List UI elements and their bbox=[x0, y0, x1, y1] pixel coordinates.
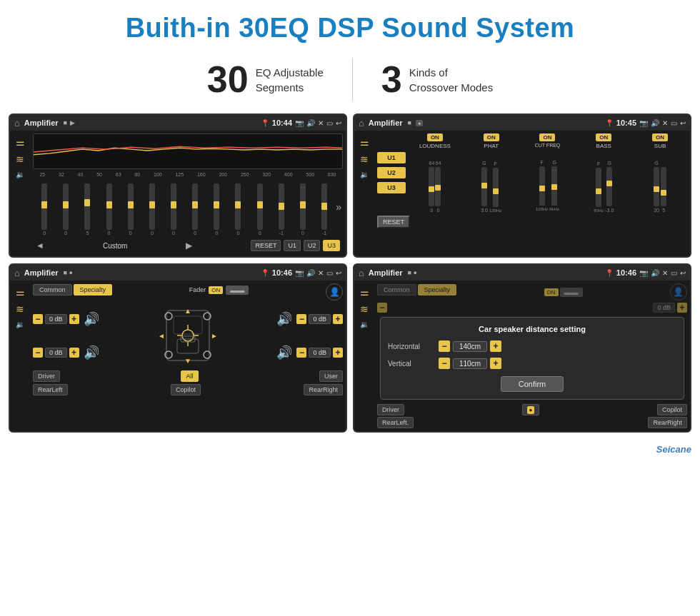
rearright-btn-3[interactable]: RearRight bbox=[304, 384, 343, 395]
vol-down-icon-1[interactable]: 🔉 bbox=[16, 171, 24, 178]
status-icons-2: 📍 10:45 📷 🔊 ✕ ▭ ↩ bbox=[605, 118, 686, 127]
svg-rect-0 bbox=[34, 134, 342, 168]
wave-icon-2[interactable]: ≋ bbox=[360, 153, 369, 165]
vol-minus-br[interactable]: − bbox=[296, 348, 306, 358]
eq-graph bbox=[33, 133, 343, 169]
fader-row-3: Fader ON ▬▬ bbox=[189, 286, 249, 295]
fader-toggle-3[interactable]: ON bbox=[209, 286, 223, 294]
crossover-reset-btn[interactable]: RESET bbox=[377, 216, 410, 228]
eq-icon-2[interactable]: ⚌ bbox=[360, 136, 369, 148]
close-icon-2[interactable]: ✕ bbox=[662, 119, 668, 127]
vol-minus-tl-4[interactable]: − bbox=[377, 303, 387, 313]
window-icon-4[interactable]: ▭ bbox=[671, 269, 677, 277]
vol-minus-bl[interactable]: − bbox=[33, 348, 43, 358]
eq-icon-1[interactable]: ⚌ bbox=[16, 136, 25, 148]
back-icon-4[interactable]: ↩ bbox=[680, 269, 686, 277]
person-icon-3[interactable]: 👤 bbox=[326, 283, 343, 301]
loudness-on-btn[interactable]: ON bbox=[427, 133, 443, 141]
vol-down-icon-4[interactable]: 🔉 bbox=[360, 320, 369, 328]
eq-reset-btn[interactable]: RESET bbox=[251, 240, 281, 251]
eq-prev-btn[interactable]: ◄ bbox=[36, 241, 44, 251]
more-icon[interactable]: » bbox=[336, 201, 341, 213]
close-icon-4[interactable]: ✕ bbox=[662, 269, 668, 277]
window-icon-1[interactable]: ▭ bbox=[326, 119, 333, 127]
vertical-control: − 110cm + bbox=[439, 358, 501, 369]
home-icon-4[interactable]: ⌂ bbox=[359, 268, 364, 278]
vol-val-tl: 0 dB bbox=[45, 314, 67, 324]
home-icon-3[interactable]: ⌂ bbox=[14, 268, 20, 278]
vertical-value: 110cm bbox=[453, 358, 487, 369]
rearleft-btn-4[interactable]: RearLeft. bbox=[377, 417, 414, 428]
back-icon-3[interactable]: ↩ bbox=[336, 269, 341, 277]
copilot-btn-3[interactable]: Copilot bbox=[171, 384, 201, 395]
close-icon-3[interactable]: ✕ bbox=[318, 269, 324, 277]
u3-btn[interactable]: U3 bbox=[377, 182, 406, 193]
phat-on-btn[interactable]: ON bbox=[484, 133, 499, 141]
all-btn-3[interactable]: All bbox=[181, 370, 198, 382]
user-btn-3[interactable]: User bbox=[319, 370, 343, 382]
vertical-plus-btn[interactable]: + bbox=[490, 358, 501, 369]
person-icon-4[interactable]: 👤 bbox=[670, 283, 687, 301]
eq-next-btn[interactable]: ▶ bbox=[186, 241, 192, 251]
specialty-tab-4[interactable]: Specialty bbox=[418, 284, 457, 296]
home-icon-1[interactable]: ⌂ bbox=[14, 118, 20, 128]
vol-minus-tl[interactable]: − bbox=[33, 314, 43, 324]
eq-u3-btn[interactable]: U3 bbox=[323, 240, 340, 251]
vol-val-1-4: ● bbox=[522, 404, 540, 415]
back-icon-1[interactable]: ↩ bbox=[336, 119, 341, 127]
u1-btn[interactable]: U1 bbox=[377, 152, 406, 163]
u2-btn[interactable]: U2 bbox=[377, 167, 406, 178]
fader-slider-3[interactable]: ▬▬ bbox=[226, 286, 249, 295]
app-title-1: Amplifier bbox=[24, 118, 59, 127]
vertical-minus-btn[interactable]: − bbox=[439, 358, 450, 369]
common-tab-4[interactable]: Common bbox=[377, 284, 416, 296]
wave-icon-4[interactable]: ≋ bbox=[360, 303, 369, 315]
stat-eq-number: 30 bbox=[207, 61, 249, 98]
eq-slider-7: 0 bbox=[185, 183, 205, 236]
vol-plus-tr-4[interactable]: + bbox=[677, 303, 687, 313]
eq-icon-3[interactable]: ⚌ bbox=[16, 286, 25, 298]
rearleft-btn-3[interactable]: RearLeft bbox=[33, 384, 68, 395]
eq-icon-4[interactable]: ⚌ bbox=[360, 286, 369, 298]
wave-icon-1[interactable]: ≋ bbox=[16, 153, 24, 165]
window-icon-3[interactable]: ▭ bbox=[326, 269, 333, 277]
horizontal-plus-btn[interactable]: + bbox=[490, 340, 501, 352]
copilot-btn-4[interactable]: Copilot bbox=[657, 404, 687, 415]
window-icon-2[interactable]: ▭ bbox=[671, 119, 677, 127]
eq-u2-btn[interactable]: U2 bbox=[304, 240, 321, 251]
vol-down-icon-3[interactable]: 🔉 bbox=[16, 320, 24, 328]
vol-down-icon-2[interactable]: 🔉 bbox=[360, 171, 369, 178]
bass-on-btn[interactable]: ON bbox=[596, 133, 611, 141]
left-icons-2: ⚌ ≋ 🔉 bbox=[354, 131, 374, 231]
eq-slider-10: 0 bbox=[250, 183, 270, 236]
driver-btn-4[interactable]: Driver bbox=[377, 404, 404, 415]
sub-on-btn[interactable]: ON bbox=[652, 133, 668, 141]
vol-plus-br[interactable]: + bbox=[333, 348, 343, 358]
eq-u1-btn[interactable]: U1 bbox=[284, 240, 301, 251]
vol-minus-tr[interactable]: − bbox=[296, 314, 306, 324]
vol-plus-tr[interactable]: + bbox=[333, 314, 343, 324]
fader-slider-4[interactable]: ▬▬ bbox=[560, 288, 583, 297]
vol-plus-bl[interactable]: + bbox=[69, 348, 79, 358]
stats-row: 30 EQ Adjustable Segments 3 Kinds of Cro… bbox=[0, 51, 700, 113]
back-icon-2[interactable]: ↩ bbox=[680, 119, 686, 127]
dialog-title: Car speaker distance setting bbox=[388, 325, 676, 333]
specialty-tab-3[interactable]: Specialty bbox=[74, 284, 113, 296]
screen1-inner: ⚌ ≋ 🔉 253240 506380 100125160 2002 bbox=[10, 131, 346, 256]
time-2: 10:45 bbox=[616, 118, 636, 127]
cutfreq-on-btn[interactable]: ON bbox=[539, 133, 555, 141]
common-tab-3[interactable]: Common bbox=[33, 284, 72, 296]
stat-crossover-number: 3 bbox=[381, 61, 402, 98]
cs-tabs-3: Common Specialty bbox=[33, 284, 112, 296]
rearright-btn-4[interactable]: RearRight bbox=[648, 417, 687, 428]
vol-plus-tl[interactable]: + bbox=[69, 314, 79, 324]
close-icon-1[interactable]: ✕ bbox=[318, 119, 324, 127]
home-icon-2[interactable]: ⌂ bbox=[359, 118, 364, 128]
wave-icon-3[interactable]: ≋ bbox=[16, 303, 24, 315]
confirm-btn[interactable]: Confirm bbox=[501, 376, 564, 392]
horizontal-minus-btn[interactable]: − bbox=[439, 340, 450, 352]
volume-icon-2: 🔊 bbox=[651, 119, 659, 127]
eq-bottom-bar: ◄ Custom ▶ RESET U1 U2 U3 bbox=[33, 238, 343, 253]
driver-btn-3[interactable]: Driver bbox=[33, 370, 60, 382]
eq-slider-8: 0 bbox=[206, 183, 226, 236]
